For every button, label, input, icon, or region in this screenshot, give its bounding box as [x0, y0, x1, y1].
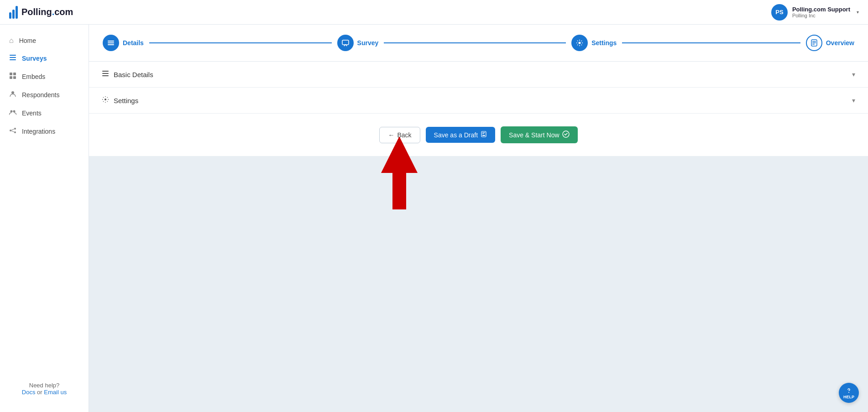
svg-point-27: [105, 99, 106, 100]
svg-rect-25: [102, 73, 109, 74]
svg-point-19: [579, 42, 581, 44]
content-area: Details Survey Settings: [89, 25, 868, 412]
logo-bar-2: [12, 10, 15, 19]
or-text: or: [35, 389, 44, 396]
accordion-basic-details: Basic Details ▾: [89, 62, 868, 88]
start-icon: [562, 130, 570, 139]
svg-point-8: [10, 110, 13, 113]
logo: Polling.com: [9, 6, 73, 19]
svg-rect-30: [482, 132, 485, 133]
start-label: Save & Start Now: [509, 131, 559, 139]
sidebar-item-integrations-label: Integrations: [22, 128, 55, 135]
svg-rect-3: [10, 73, 12, 75]
svg-rect-17: [108, 44, 114, 45]
surveys-icon: [9, 54, 16, 63]
svg-rect-2: [10, 59, 16, 60]
step-line-1: [149, 42, 332, 43]
respondents-icon: [9, 90, 16, 99]
help-label: HELP: [843, 395, 854, 399]
step-details-label: Details: [123, 39, 144, 47]
step-details-circle: [103, 35, 119, 51]
svg-line-13: [11, 129, 14, 130]
basic-details-chevron-icon: ▾: [852, 71, 855, 78]
svg-point-9: [13, 110, 16, 113]
action-row: ← Back Save as a Draft Save & Start Now: [89, 114, 868, 156]
basic-details-icon: [102, 70, 109, 79]
settings-label: Settings: [114, 97, 138, 104]
svg-rect-0: [10, 55, 16, 56]
avatar: PS: [771, 4, 788, 21]
wizard-panel: Details Survey Settings: [89, 25, 868, 156]
save-start-button[interactable]: Save & Start Now: [501, 126, 578, 143]
svg-rect-6: [13, 76, 16, 79]
integrations-icon: [9, 127, 16, 136]
svg-rect-22: [812, 42, 816, 43]
email-link[interactable]: Email us: [44, 389, 67, 396]
accordion-basic-details-left: Basic Details: [102, 70, 153, 79]
logo-com: com: [54, 7, 73, 17]
svg-rect-5: [10, 76, 12, 79]
user-menu[interactable]: PS Polling.com Support Polling Inc ▾: [771, 4, 859, 21]
sidebar-footer: Need help? Docs or Email us: [0, 373, 89, 405]
step-settings-label: Settings: [591, 39, 617, 47]
logo-bar-1: [9, 12, 11, 19]
svg-point-12: [14, 131, 16, 133]
settings-icon: [102, 96, 109, 105]
docs-link[interactable]: Docs: [22, 389, 36, 396]
events-icon: [9, 109, 16, 118]
settings-chevron-icon: ▾: [852, 97, 855, 104]
step-survey-circle: [337, 35, 354, 51]
user-org: Polling Inc: [792, 13, 850, 18]
sidebar-item-events[interactable]: Events: [0, 104, 89, 122]
logo-polling: Polling: [21, 7, 52, 17]
step-survey: Survey: [337, 35, 572, 51]
step-survey-label: Survey: [357, 39, 379, 47]
back-label: Back: [397, 131, 411, 139]
sidebar-item-surveys-label: Surveys: [22, 55, 47, 62]
sidebar-item-respondents[interactable]: Respondents: [0, 86, 89, 104]
logo-icon: [9, 6, 18, 19]
svg-point-34: [848, 392, 849, 393]
sidebar: ⌂ Home Surveys Embeds Respondents Even: [0, 25, 89, 412]
step-line-3: [622, 42, 800, 43]
sidebar-item-embeds[interactable]: Embeds: [0, 68, 89, 86]
svg-rect-28: [481, 131, 486, 137]
accordion-settings-left: Settings: [102, 96, 138, 105]
accordion-settings-header[interactable]: Settings ▾: [89, 88, 868, 113]
need-help-text: Need help?: [29, 382, 60, 389]
svg-rect-1: [10, 57, 16, 58]
svg-rect-24: [102, 71, 109, 72]
svg-rect-31: [482, 134, 484, 134]
accordion-basic-details-header[interactable]: Basic Details ▾: [89, 62, 868, 87]
top-header: Polling.com PS Polling.com Support Polli…: [0, 0, 868, 25]
step-details: Details: [103, 35, 337, 51]
svg-point-7: [11, 91, 14, 94]
help-button[interactable]: HELP: [839, 383, 859, 403]
logo-text: Polling.com: [21, 7, 73, 17]
draft-label: Save as a Draft: [434, 131, 478, 139]
background-area: [89, 156, 868, 412]
step-settings-circle: [571, 35, 588, 51]
home-icon: ⌂: [9, 37, 14, 45]
step-line-2: [384, 42, 566, 43]
sidebar-item-surveys[interactable]: Surveys: [0, 49, 89, 68]
step-settings: Settings: [571, 35, 806, 51]
svg-rect-15: [108, 41, 114, 42]
step-overview: Overview: [806, 35, 854, 51]
sidebar-item-embeds-label: Embeds: [22, 73, 45, 80]
svg-rect-29: [482, 135, 485, 136]
svg-rect-21: [812, 41, 816, 42]
sidebar-item-home-label: Home: [19, 37, 36, 44]
chevron-down-icon: ▾: [857, 10, 859, 15]
user-name: Polling.com Support: [792, 6, 850, 13]
step-overview-circle: [806, 35, 822, 51]
logo-bar-3: [16, 6, 18, 19]
main-layout: ⌂ Home Surveys Embeds Respondents Even: [0, 25, 868, 412]
save-draft-button[interactable]: Save as a Draft: [426, 127, 496, 143]
back-button[interactable]: ← Back: [379, 127, 420, 143]
sidebar-item-home[interactable]: ⌂ Home: [0, 32, 89, 49]
step-overview-label: Overview: [826, 39, 854, 47]
sidebar-item-integrations[interactable]: Integrations: [0, 122, 89, 141]
sidebar-item-events-label: Events: [22, 110, 42, 117]
svg-rect-4: [13, 73, 16, 75]
